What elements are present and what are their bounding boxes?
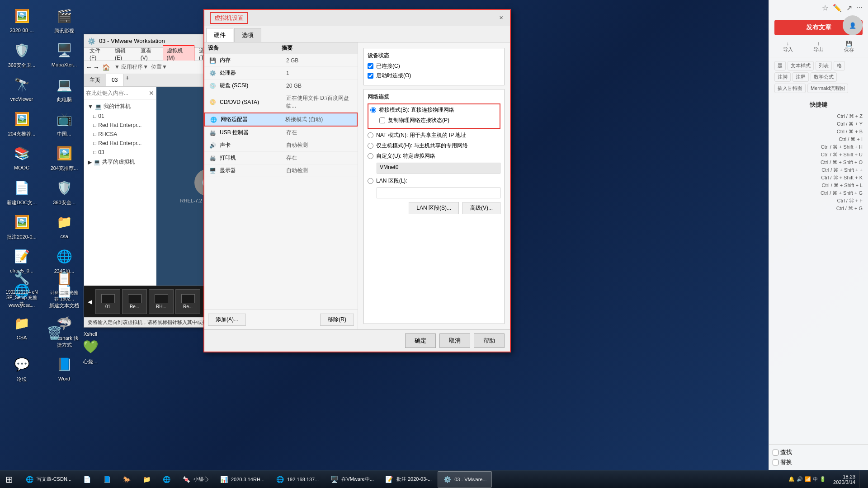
style-item-footnote[interactable]: 注脚 (774, 72, 791, 82)
export-action[interactable]: ↑ 导出 (813, 41, 823, 53)
cancel-button[interactable]: 取消 (439, 333, 470, 348)
ok-button[interactable]: 确定 (405, 333, 436, 348)
taskbar-item-browser2[interactable]: 🌐 (157, 471, 176, 488)
dialog-close-button[interactable]: ✕ (497, 14, 505, 22)
style-item-gantt[interactable]: 插入甘特图 (774, 84, 806, 93)
device-row-display[interactable]: 🖥️ 显示器 自动检测 (204, 164, 358, 177)
style-item-math[interactable]: 数学公式 (811, 72, 837, 82)
style-item-list[interactable]: 列表 (816, 61, 832, 70)
sidebar-close-button[interactable]: ✕ (149, 89, 154, 97)
lan-input[interactable] (377, 188, 500, 198)
taskbar-item-doc[interactable]: 📘 (97, 471, 116, 488)
help-button[interactable]: 帮助 (474, 333, 505, 348)
style-item-annotation[interactable]: 注释 (793, 72, 809, 82)
show-desktop-button[interactable] (859, 470, 868, 488)
pen-icon[interactable]: ✏️ (833, 4, 842, 12)
menu-view[interactable]: 查看(V) (137, 46, 162, 62)
device-row-hdd[interactable]: 💿 硬盘 (SCSI) 20 GB (204, 80, 358, 92)
tree-01[interactable]: □ 01 (86, 112, 154, 121)
tree-rhcsa[interactable]: □ RHCSA (86, 130, 154, 139)
desktop-icon-tencent[interactable]: 🎬 腾讯影视 (46, 4, 82, 36)
desktop-icon-thispc[interactable]: 💻 此电脑 (46, 72, 82, 105)
replace-checkbox[interactable] (773, 460, 778, 465)
network-tray-icon[interactable]: 📶 (805, 476, 811, 482)
tree-shared[interactable]: ▶ 💻 共享的虚拟机 (86, 157, 154, 167)
taskbar-item-rh[interactable]: 📊 2020.3.14RH... (214, 471, 269, 488)
taskbar-item-sweet[interactable]: 🍬 小甜心 (177, 471, 213, 488)
dialog-tab-hardware[interactable]: 硬件 (206, 28, 233, 42)
replicate-checkbox[interactable] (379, 117, 385, 123)
desktop-icon-xinli[interactable]: 💚 心烧... (72, 334, 108, 367)
tab-03[interactable]: 03 (106, 74, 123, 86)
taskbar-item-explorer[interactable]: 📁 (137, 471, 156, 488)
tab-home[interactable]: 主页 (84, 74, 106, 86)
tree-my-computer[interactable]: ▼ 💻 我的计算机 (86, 101, 154, 112)
device-row-sound[interactable]: 🔊 声卡 自动检测 (204, 139, 358, 152)
device-row-usb[interactable]: 🖨️ USB 控制器 存在 (204, 127, 358, 139)
taskbar-clock[interactable]: 18:23 2020/3/14 (830, 474, 859, 485)
desktop-icon-mooc[interactable]: 📚 MOOC (4, 141, 40, 174)
taskbar-item-vmware-article[interactable]: 🖥️ 在VMware中... (325, 471, 379, 488)
desktop-icon-jpg3[interactable]: 🖼️ 204充推荐... (46, 141, 82, 174)
style-item-mermaid[interactable]: Mermaid流程图 (807, 84, 848, 93)
find-checkbox[interactable] (773, 450, 778, 455)
taskbar-item-csdn[interactable]: 🌐 写文章-CSDN... (20, 471, 76, 488)
desktop-icon-vncviewer[interactable]: 🔭 vncViewer (4, 72, 40, 105)
autoconnect-checkbox[interactable] (368, 73, 373, 79)
dialog-tab-options[interactable]: 选项 (234, 28, 261, 42)
nat-radio[interactable] (368, 132, 373, 138)
taskbar-item-vmware[interactable]: ⚙️ 03 - VMware... (438, 471, 492, 488)
arrow-left-btn[interactable]: ◀ (88, 299, 92, 305)
desktop-icon-jike[interactable]: 📋 计科二班 光推荐 1902... (46, 266, 82, 309)
desktop-icon-jpg2[interactable]: 🖼️ 204充推荐... (4, 107, 40, 139)
device-row-network[interactable]: 🌐 网络适配器 桥接模式 (自动) (204, 113, 358, 127)
taskbar-item-annotation[interactable]: 📝 批注 2020-03-... (380, 471, 437, 488)
desktop-icon-zhonguo[interactable]: 📺 中国... (46, 107, 82, 139)
device-row-memory[interactable]: 💾 内存 2 GB (204, 54, 358, 67)
volume-icon[interactable]: 🔊 (797, 476, 803, 482)
new-tab-button[interactable]: + (123, 74, 131, 86)
style-item-text[interactable]: 文本样式 (788, 61, 814, 70)
lan-section-button[interactable]: LAN 区段(S)... (409, 202, 459, 214)
import-action[interactable]: ↓ 导入 (783, 41, 793, 53)
bridge-radio[interactable] (370, 107, 376, 113)
connected-checkbox[interactable] (368, 63, 373, 69)
bottom-tab-re1[interactable]: Re... (122, 289, 147, 314)
add-device-button[interactable]: 添加(A)... (208, 314, 246, 326)
menu-edit[interactable]: 编辑(E) (111, 46, 136, 62)
nav-fwd-button[interactable]: → (93, 64, 99, 71)
tree-redhat2[interactable]: □ Red Hat Enterpr... (86, 139, 154, 148)
desktop-icon-recycle[interactable]: 🗑️ (36, 321, 72, 347)
desktop-icon-newdoc[interactable]: 📄 新建DOC文... (4, 175, 40, 208)
bottom-tab-re2[interactable]: Re... (175, 289, 200, 314)
custom-network-input[interactable]: VMnet0 (377, 163, 500, 174)
style-item-ti[interactable]: 题 (774, 61, 786, 70)
desktop-icon-jpg1[interactable]: 🖼️ 2020-08-... (4, 4, 40, 36)
bottom-tab-01[interactable]: 01 (95, 289, 120, 314)
tree-redhat1[interactable]: □ Red Hat Enterpr... (86, 121, 154, 130)
hostonly-radio[interactable] (368, 143, 373, 149)
desktop-icon-luntan[interactable]: 💬 论坛 (4, 352, 40, 385)
custom-radio[interactable] (368, 153, 373, 159)
taskbar-item-app3[interactable]: 🐎 (117, 471, 136, 488)
desktop-icon-csa[interactable]: 📁 csa (46, 210, 82, 242)
taskbar-item-ip[interactable]: 🌐 192.168.137... (270, 471, 324, 488)
device-row-cdvdvd[interactable]: 📀 CD/DVD (SATA) 正在使用文件 D:\百度网盘临... (204, 92, 358, 113)
desktop-icon-ensp[interactable]: 🔧 1902020204 eNSP_Setup 充推荐 (4, 266, 40, 309)
style-item-grid[interactable]: 格 (834, 61, 845, 70)
desktop-icon-jpg4[interactable]: 🖼️ 批注2020-0... (4, 210, 40, 242)
share-icon[interactable]: ↗ (846, 4, 852, 12)
desktop-icon-mobaxterm[interactable]: 🖥️ MobaXter... (46, 38, 82, 70)
remove-device-button[interactable]: 移除(R) (320, 314, 354, 326)
lan-radio[interactable] (368, 178, 373, 184)
home-button[interactable]: 🏠 (102, 64, 110, 71)
desktop-icon-csa2[interactable]: 📁 CSA (4, 311, 40, 350)
start-button[interactable]: ⊞ (0, 470, 18, 488)
device-row-processor[interactable]: ⚙️ 处理器 1 (204, 67, 358, 80)
device-row-printer[interactable]: 🖨️ 打印机 存在 (204, 152, 358, 164)
star-icon[interactable]: ☆ (822, 4, 828, 12)
taskbar-item-word[interactable]: 📄 (77, 471, 96, 488)
tree-03[interactable]: □ 03 (86, 148, 154, 157)
bottom-tab-rh[interactable]: RH... (149, 289, 174, 314)
desktop-icon-360[interactable]: 🛡️ 360安全卫... (4, 38, 40, 70)
